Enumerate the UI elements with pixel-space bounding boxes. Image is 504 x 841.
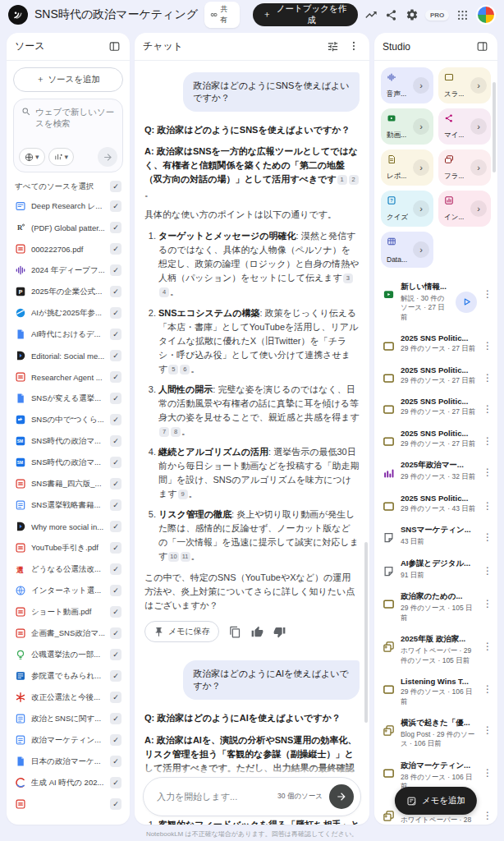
source-row[interactable]: 政治とSNSに関す...✓: [13, 708, 123, 729]
studio-tile-video-overview[interactable]: 動画...›: [381, 108, 433, 145]
source-row[interactable]: 選どうなる公選法改...✓: [13, 558, 123, 580]
source-checkbox[interactable]: ✓: [110, 435, 121, 447]
send-button[interactable]: [329, 784, 354, 809]
copy-icon[interactable]: [229, 626, 241, 638]
studio-tile-table[interactable]: Data...›: [381, 232, 433, 268]
studio-list-item[interactable]: 2025年政治マー...29 件のソース · 32 日前⋮: [381, 454, 494, 487]
source-checkbox[interactable]: ✓: [110, 798, 121, 810]
source-checkbox[interactable]: ✓: [110, 585, 121, 596]
source-row[interactable]: 000222706.pdf✓: [13, 238, 123, 260]
studio-tile-slides[interactable]: スラ...›: [438, 67, 491, 103]
source-row[interactable]: 生成 AI 時代の 202...✓: [13, 772, 123, 793]
more-vert-icon[interactable]: ⋮: [483, 767, 493, 779]
web-filter-chip[interactable]: ▾: [19, 148, 45, 166]
more-vert-icon[interactable]: ⋮: [483, 641, 493, 652]
studio-tile-infographic[interactable]: イン...›: [438, 191, 491, 227]
citation-chip[interactable]: 10: [168, 552, 178, 562]
source-checkbox[interactable]: ✓: [110, 627, 121, 639]
source-row[interactable]: R(PDF) Global patter...✓: [13, 217, 123, 238]
source-row[interactable]: 2024 年ディープフ...✓: [13, 260, 123, 281]
source-checkbox[interactable]: ✓: [110, 756, 121, 767]
source-checkbox[interactable]: ✓: [110, 243, 121, 255]
source-row[interactable]: SNS選挙戦略書籍...✓: [13, 494, 123, 516]
chevron-right-icon[interactable]: ›: [470, 200, 487, 217]
user-avatar[interactable]: [476, 5, 496, 25]
chevron-right-icon[interactable]: ›: [413, 77, 429, 94]
chevron-right-icon[interactable]: ›: [413, 241, 429, 258]
source-checkbox[interactable]: ✓: [110, 563, 121, 575]
source-row[interactable]: AIが挑む2025年参...✓: [13, 302, 123, 324]
studio-tile-quiz[interactable]: ?クイズ›: [381, 191, 433, 227]
more-vert-icon[interactable]: ⋮: [483, 724, 493, 736]
studio-list-item[interactable]: 2025 SNS Politic...29 件のソース · 27 日前⋮: [381, 391, 494, 422]
more-vert-icon[interactable]: ⋮: [483, 500, 493, 512]
studio-list-item[interactable]: 2025 SNS Politic...29 件のソース · 27 日前⋮: [381, 328, 494, 359]
studio-list-item[interactable]: 2025年版 政治家...ホワイトペーパー · 29 件のソース · 105 日…: [381, 628, 494, 671]
more-vert-icon[interactable]: ⋮: [483, 340, 493, 352]
chevron-right-icon[interactable]: ›: [413, 200, 429, 217]
source-checkbox[interactable]: ✓: [110, 734, 121, 746]
studio-list-item[interactable]: 2025 SNS Politic...29 件のソース · 43 日前⋮: [381, 488, 494, 519]
citation-chip[interactable]: 9: [178, 489, 188, 499]
source-checkbox[interactable]: ✓: [110, 414, 121, 425]
source-checkbox[interactable]: ✓: [110, 264, 121, 276]
more-vert-icon[interactable]: ⋮: [483, 288, 493, 300]
source-row[interactable]: インターネット選...✓: [13, 580, 123, 601]
source-checkbox[interactable]: ✓: [110, 329, 121, 340]
add-source-button[interactable]: ＋ ソースを追加: [13, 67, 123, 92]
studio-list-item[interactable]: 2025 SNS Politic...29 件のソース · 27 日前⋮: [381, 360, 494, 391]
source-row[interactable]: SMSNS時代の政治マ...✓: [13, 430, 123, 452]
source-checkbox[interactable]: ✓: [110, 499, 121, 511]
source-row[interactable]: SNSの中で“つくら...✓: [13, 409, 123, 430]
source-row[interactable]: SNS書籍_四六版_...✓: [13, 473, 123, 494]
save-to-note-button[interactable]: メモに保存: [144, 621, 219, 642]
source-checkbox[interactable]: ✓: [110, 777, 121, 788]
studio-tile-flashcards[interactable]: フラ...›: [438, 149, 491, 186]
more-vert-icon[interactable]: ⋮: [483, 372, 493, 384]
share-chip[interactable]: 共有: [204, 2, 240, 28]
source-row[interactable]: P2025年の企業公式...✓: [13, 281, 123, 302]
source-checkbox[interactable]: ✓: [110, 521, 121, 532]
share-icon[interactable]: [384, 7, 398, 22]
source-row[interactable]: Deep Research レ...✓: [13, 195, 123, 217]
source-checkbox[interactable]: ✓: [110, 670, 121, 682]
citation-chip[interactable]: 7: [159, 427, 169, 437]
chevron-right-icon[interactable]: ›: [470, 77, 487, 94]
source-row[interactable]: AI時代におけるデ...✓: [13, 324, 123, 345]
more-vert-icon[interactable]: ⋮: [483, 466, 493, 478]
source-row[interactable]: ✓: [13, 793, 123, 815]
apps-grid-icon[interactable]: [456, 7, 470, 22]
studio-list-item[interactable]: SNSマーケティン...43 日前⋮: [381, 519, 494, 552]
source-type-chip[interactable]: ▾: [48, 148, 75, 166]
source-checkbox[interactable]: ✓: [110, 222, 121, 233]
studio-list-item[interactable]: 2025 SNS Politic...29 件のソース · 27 日前⋮: [381, 423, 494, 454]
notebook-title[interactable]: SNS時代の政治マーケティング: [34, 7, 198, 22]
source-row[interactable]: 改正公選法と今後...✓: [13, 687, 123, 708]
chat-scrollbar[interactable]: [364, 542, 368, 723]
settings-gear-icon[interactable]: [405, 7, 419, 22]
source-checkbox[interactable]: ✓: [110, 542, 121, 554]
more-vert-icon[interactable]: ⋮: [483, 683, 493, 695]
more-vert-icon[interactable]: [348, 40, 361, 53]
notebooklm-logo-icon[interactable]: [8, 5, 28, 25]
chevron-right-icon[interactable]: ›: [413, 118, 429, 135]
add-note-button[interactable]: メモを追加: [395, 787, 477, 815]
studio-list-item[interactable]: 新しい情報...解説 · 30 件のソース · 27 日前⋮: [381, 276, 494, 328]
create-notebook-button[interactable]: ＋ ノートブックを作成: [253, 3, 358, 26]
citation-chip[interactable]: 3: [343, 273, 353, 283]
source-row[interactable]: SMSNS時代の政治マ...✓: [13, 452, 123, 473]
studio-list-item[interactable]: AI参謀とデジタル...91 日前⋮: [381, 553, 494, 586]
source-checkbox[interactable]: ✓: [110, 606, 121, 618]
more-vert-icon[interactable]: ⋮: [483, 435, 493, 447]
citation-chip[interactable]: 6: [180, 365, 190, 375]
chevron-right-icon[interactable]: ›: [413, 159, 429, 176]
more-vert-icon[interactable]: ⋮: [483, 810, 493, 821]
analytics-icon[interactable]: [364, 7, 378, 22]
select-all-checkbox[interactable]: ✓: [110, 181, 121, 192]
citation-chip[interactable]: 11: [181, 552, 190, 562]
source-checkbox[interactable]: ✓: [110, 649, 121, 660]
web-search-card[interactable]: ウェブで新しいソースを検索 ▾ ▾: [13, 99, 123, 172]
source-checkbox[interactable]: ✓: [110, 478, 121, 489]
source-row[interactable]: Researcher Agent ...✓: [13, 366, 123, 388]
citation-chip[interactable]: 8: [171, 427, 181, 437]
